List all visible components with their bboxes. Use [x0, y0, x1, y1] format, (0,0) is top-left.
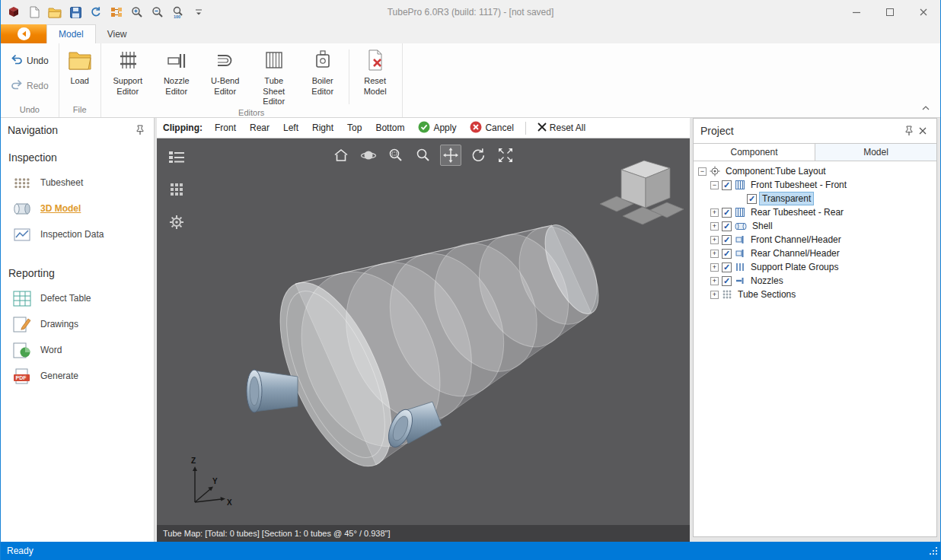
tree-item-front-tubesheet[interactable]: Front Tubesheet - Front — [694, 178, 936, 192]
clip-right-button[interactable]: Right — [306, 120, 340, 135]
cancel-button[interactable]: Cancel — [464, 119, 519, 137]
maximize-button[interactable] — [873, 1, 907, 24]
tube-layout-icon[interactable] — [107, 3, 126, 21]
checkbox-checked-icon[interactable] — [722, 249, 732, 259]
save-icon[interactable] — [65, 3, 85, 21]
checkbox-checked-icon[interactable] — [747, 194, 757, 204]
tree-item-transparent[interactable]: Transparent — [694, 192, 936, 205]
tree-item-tube-sections[interactable]: Tube Sections — [694, 288, 936, 301]
tab-model-tree[interactable]: Model — [815, 144, 936, 161]
tab-model[interactable]: Model — [46, 24, 96, 43]
clip-rear-button[interactable]: Rear — [244, 120, 276, 135]
close-panel-icon[interactable] — [916, 124, 930, 138]
app-logo-icon[interactable] — [4, 3, 24, 21]
tube-sheet-editor-button[interactable]: Tube Sheet Editor — [250, 46, 298, 107]
pdf-icon-text: PDF — [16, 375, 27, 380]
home-view-icon[interactable] — [330, 145, 352, 166]
pdf-icon: PDF — [11, 368, 33, 384]
view-cube[interactable] — [600, 157, 684, 229]
collapse-icon[interactable] — [698, 167, 707, 176]
nav-item-drawings[interactable]: Drawings — [1, 311, 154, 337]
nozzle-tree-icon — [735, 275, 745, 286]
checkbox-checked-icon[interactable] — [722, 276, 732, 286]
clipping-toolbar: Clipping: Front Rear Left Right Top Bott… — [157, 118, 690, 138]
collapse-ribbon-icon[interactable] — [919, 103, 933, 113]
expand-icon[interactable] — [710, 277, 719, 285]
navigation-panel-title: Navigation — [8, 124, 133, 136]
zoom-100-icon[interactable]: 100 — [168, 3, 188, 21]
zoom-window-icon[interactable] — [385, 145, 407, 166]
pin-icon[interactable] — [133, 123, 147, 137]
main-area: Navigation Inspection Tubesheet 3D Model… — [1, 118, 940, 542]
minimize-button[interactable] — [840, 1, 873, 24]
zoom-in-icon[interactable] — [127, 3, 147, 21]
expand-icon[interactable] — [710, 236, 719, 244]
tree-item-shell[interactable]: Shell — [694, 219, 936, 233]
support-editor-button[interactable]: Support Editor — [104, 46, 152, 97]
checkbox-checked-icon[interactable] — [722, 208, 732, 218]
tree-item-rear-channel[interactable]: Rear Channel/Header — [694, 247, 936, 260]
ribbon-group-file: Load File — [59, 43, 101, 117]
open-file-icon[interactable] — [45, 3, 65, 21]
pan-icon[interactable] — [440, 145, 461, 166]
fit-view-icon[interactable] — [495, 145, 516, 166]
orbit-icon[interactable] — [358, 145, 379, 166]
close-button[interactable] — [907, 1, 940, 24]
clip-front-button[interactable]: Front — [209, 120, 242, 135]
pin-icon[interactable] — [902, 124, 916, 138]
tab-view[interactable]: View — [96, 24, 139, 43]
qat-customize-icon[interactable] — [189, 3, 209, 21]
tree-item-component[interactable]: Component:Tube Layout — [694, 164, 936, 178]
apply-button[interactable]: Apply — [412, 119, 462, 137]
expand-icon[interactable] — [710, 263, 719, 272]
3d-viewport[interactable]: Z Y X — [157, 138, 690, 525]
support-editor-icon — [116, 49, 139, 75]
nav-item-word[interactable]: Word — [1, 337, 154, 363]
clip-left-button[interactable]: Left — [277, 120, 305, 135]
clip-top-button[interactable]: Top — [341, 120, 368, 135]
collapse-icon[interactable] — [710, 181, 719, 189]
expand-icon[interactable] — [710, 250, 719, 258]
nozzle-editor-icon — [165, 49, 188, 75]
resize-grip-icon[interactable] — [929, 546, 939, 558]
app-menu-button[interactable] — [1, 24, 46, 43]
tree-item-front-channel[interactable]: Front Channel/Header — [694, 233, 936, 247]
checkbox-checked-icon[interactable] — [722, 235, 732, 245]
tab-component[interactable]: Component — [694, 144, 815, 161]
rotate-icon[interactable] — [467, 145, 489, 166]
nav-item-defect-table[interactable]: Defect Table — [1, 285, 154, 311]
tube-grid-icon[interactable] — [166, 179, 187, 200]
nav-item-inspection-data[interactable]: Inspection Data — [1, 221, 154, 247]
viewport-left-toolbar — [166, 146, 187, 233]
axis-x-label: X — [227, 498, 232, 507]
boiler-editor-button[interactable]: Boiler Editor — [298, 46, 347, 97]
legend-list-icon[interactable] — [166, 146, 187, 167]
settings-gear-icon[interactable] — [166, 212, 187, 233]
nav-item-3d-model[interactable]: 3D Model — [1, 196, 154, 221]
checkbox-checked-icon[interactable] — [722, 262, 732, 272]
new-document-icon[interactable] — [24, 3, 44, 21]
reset-model-button[interactable]: Reset Model — [351, 46, 400, 97]
undo-button[interactable]: Undo — [8, 52, 52, 68]
load-button[interactable]: Load — [62, 46, 98, 87]
expand-icon[interactable] — [710, 291, 719, 299]
nav-item-tubesheet[interactable]: Tubesheet — [1, 170, 154, 196]
zoom-icon[interactable] — [413, 145, 434, 166]
expand-icon[interactable] — [710, 222, 719, 231]
tree-item-rear-tubesheet[interactable]: Rear Tubesheet - Rear — [694, 205, 936, 219]
nav-item-generate[interactable]: PDF Generate — [1, 363, 154, 389]
u-bend-editor-button[interactable]: U-Bend Editor — [201, 46, 250, 97]
clip-bottom-button[interactable]: Bottom — [369, 120, 410, 135]
zoom-out-icon[interactable] — [148, 3, 167, 21]
statusbar: Ready — [1, 542, 940, 560]
tree-item-support-plates[interactable]: Support Plate Groups — [694, 260, 936, 274]
checkbox-checked-icon[interactable] — [722, 180, 732, 190]
expand-icon[interactable] — [710, 208, 719, 217]
checkbox-checked-icon[interactable] — [722, 221, 732, 231]
nozzle-editor-button[interactable]: Nozzle Editor — [152, 46, 201, 97]
reset-all-button[interactable]: Reset All — [531, 121, 592, 135]
tree-item-nozzles[interactable]: Nozzles — [694, 274, 936, 288]
shell-model — [257, 215, 611, 482]
redo-button[interactable]: Redo — [8, 78, 52, 94]
refresh-icon[interactable] — [86, 3, 106, 21]
